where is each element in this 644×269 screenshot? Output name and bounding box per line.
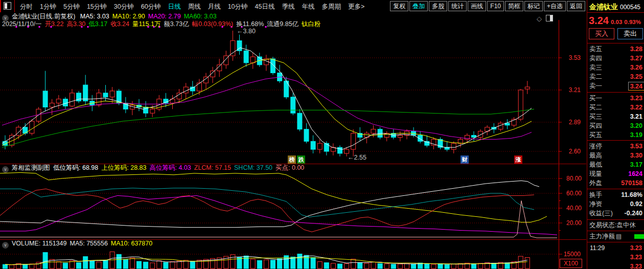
stat-row-label: 收益(三) — [589, 209, 613, 218]
toolbar-button[interactable]: 复权 — [390, 1, 408, 11]
period-item[interactable]: 年线 — [298, 1, 318, 13]
buy-level-row[interactable]: 买四3.20 — [587, 122, 644, 130]
stat-row-label: 最高 — [589, 151, 602, 160]
stock-code: 000545 — [620, 4, 640, 11]
collapse-chevron-icon[interactable]: ∨ — [2, 242, 9, 249]
svg-text:15000: 15000 — [564, 251, 581, 258]
stat-row-value: 0.92 — [630, 200, 642, 209]
event-badge[interactable]: 榜 — [288, 155, 296, 164]
chip-indicator-svg[interactable]: 80.0060.0040.0020.00 — [0, 164, 586, 239]
diamond-icon[interactable]: ◇ — [537, 15, 542, 23]
header-token: MA10: 2.90 — [112, 13, 145, 20]
header-token: 量115.1万 — [132, 20, 160, 28]
toolbar-button[interactable]: 画线 — [468, 1, 486, 11]
sell-level-row-label: 卖四 — [589, 54, 602, 63]
stat-row-label: 最低 — [589, 161, 602, 169]
main-capital-bar — [634, 234, 644, 239]
collapse-chevron-icon[interactable]: ∨ — [2, 166, 9, 173]
toolbar-button[interactable]: +自选 — [544, 1, 566, 11]
stat-row-value: -0.240 — [625, 209, 642, 218]
header-token: ZLCM: 57.15 — [194, 164, 231, 171]
chip-indicator-panel[interactable]: 80.0060.0040.0020.00 ∨筹相监测副图低位筹码: 68.98上… — [0, 164, 586, 240]
toolbar-button[interactable]: 多股 — [429, 1, 447, 11]
period-item[interactable]: 季线 — [278, 1, 298, 13]
volume-header: ∨VOLUME: 1151349MA5: 755556MA10: 637870 — [2, 240, 158, 248]
buy-level-row[interactable]: 买三3.21 — [587, 113, 644, 121]
stock-name-row[interactable]: 金浦钛业000545 — [589, 2, 640, 12]
header-token: SHCM: 37.50 — [234, 164, 272, 171]
panel-divider — [587, 219, 644, 220]
toolbar-button[interactable]: 叠加 — [409, 1, 428, 11]
stat-row-value: 3.17 — [630, 161, 642, 169]
main-candlestick-panel[interactable]: 3.533.212.892.60←3.80←2.55 ∨金浦钛业(日线.前复权)… — [0, 13, 586, 164]
stat-row[interactable]: 最高3.30 — [587, 151, 644, 160]
price-row: 3.240.030.93% — [589, 15, 641, 27]
toolbar-button[interactable]: 简框 — [505, 1, 523, 11]
sell-level-row[interactable]: 卖五3.28 — [587, 45, 644, 54]
main-capital-label: 主力净额 — [589, 233, 615, 240]
period-item[interactable]: 30分钟 — [110, 1, 137, 13]
period-item[interactable]: 多周期 — [318, 1, 344, 13]
toolbar-button[interactable]: F10 — [487, 1, 504, 11]
volume-panel[interactable]: 15000 ∨VOLUME: 1151349MA5: 755556MA10: 6… — [0, 240, 586, 269]
stat-row-value: 1624 — [628, 170, 642, 178]
buy-level-row-value: 3.21 — [630, 113, 642, 121]
stat-row[interactable]: 现量1624 — [587, 170, 644, 178]
trading-terminal: 分时1分钟5分钟15分钟30分钟60分钟日线周线月线10分钟45日线季线年线多周… — [0, 0, 644, 269]
event-badge[interactable]: 涨 — [514, 155, 522, 164]
header-token: 买点: 0.00 — [275, 164, 304, 171]
period-item[interactable]: 1分钟 — [36, 1, 60, 13]
period-item[interactable]: 更多> — [344, 1, 368, 13]
sell-level-row[interactable]: 卖四3.27 — [587, 54, 644, 63]
sub-chart-header: ∨筹相监测副图低位筹码: 68.98上位筹码: 28.83高位筹码: 4.03Z… — [2, 164, 310, 172]
stat-row[interactable]: 净资0.92 — [587, 200, 644, 209]
toolbar-button[interactable]: 返回 — [567, 1, 585, 11]
sell-level-row[interactable]: 卖三3.26 — [587, 63, 644, 72]
sell-button[interactable]: 卖出 — [617, 28, 643, 39]
buy-level-row[interactable]: 买二3.22 — [587, 103, 644, 112]
event-badge[interactable]: 财 — [461, 155, 469, 164]
period-item[interactable]: 日线 — [165, 1, 185, 13]
panel-divider — [587, 43, 644, 43]
stat-row-label: 涨停 — [589, 142, 602, 151]
toolbar-button[interactable]: 标记 — [524, 1, 543, 11]
period-item[interactable]: 10分钟 — [224, 1, 251, 13]
buy-level-row[interactable]: 买一3.23 — [587, 94, 644, 103]
buy-button[interactable]: 买入 — [589, 28, 614, 39]
stat-row[interactable]: 换手11.68% — [587, 191, 644, 199]
period-item[interactable]: 5分钟 — [60, 1, 83, 13]
sell-level-row[interactable]: 卖二3.25 — [587, 73, 644, 81]
header-token: MA20: 2.79 — [148, 13, 181, 20]
period-item[interactable]: 分时 — [16, 1, 36, 13]
period-item[interactable]: 月线 — [204, 1, 224, 13]
panel-toggle-icon[interactable] — [546, 15, 553, 21]
buy-level-row-label: 买五 — [589, 131, 602, 140]
period-item[interactable]: 15分钟 — [83, 1, 110, 13]
list-icon[interactable]: ▤ — [616, 233, 622, 240]
window-split-icon[interactable] — [4, 2, 11, 10]
top-menu-bar: 分时1分钟5分钟15分钟30分钟60分钟日线周线月线10分钟45日线季线年线多周… — [0, 0, 588, 12]
stat-row-value: 11.68% — [621, 191, 642, 199]
period-item[interactable]: 60分钟 — [137, 1, 165, 13]
stat-row[interactable]: 外盘570158 — [587, 179, 644, 188]
candlestick-chart-svg[interactable]: 3.533.212.892.60←3.80←2.55 — [0, 13, 586, 164]
header-token: 钛白粉 — [302, 20, 321, 28]
volume-unit-button[interactable]: X100 — [560, 259, 582, 268]
stock-name: 金浦钛业 — [589, 3, 618, 11]
header-token: MA60: 3.03 — [184, 13, 217, 20]
stat-row[interactable]: 收益(三)-0.240 — [587, 209, 644, 218]
stat-row[interactable]: 涨停3.53 — [587, 142, 644, 151]
svg-text:3.21: 3.21 — [569, 86, 581, 94]
sell-level-row-value: 3.25 — [630, 73, 642, 81]
tick-price: 3.23 — [630, 244, 642, 252]
buy-level-row[interactable]: 买五3.19 — [587, 131, 644, 140]
sell-level-row[interactable]: 卖一3.24 — [587, 82, 644, 91]
period-item[interactable]: 45日线 — [251, 1, 279, 13]
toolbar-menu: 复权叠加多股统计画线F10简框标记+自选返回 — [389, 1, 586, 11]
event-badge[interactable]: 跌 — [297, 155, 305, 164]
period-item[interactable]: 周线 — [185, 1, 204, 13]
stat-row[interactable]: 最低3.17 — [587, 161, 644, 169]
tick-row: 11:293.23 — [587, 244, 644, 252]
toolbar-button[interactable]: 统计 — [448, 1, 467, 11]
last-price: 3.24 — [589, 15, 609, 26]
